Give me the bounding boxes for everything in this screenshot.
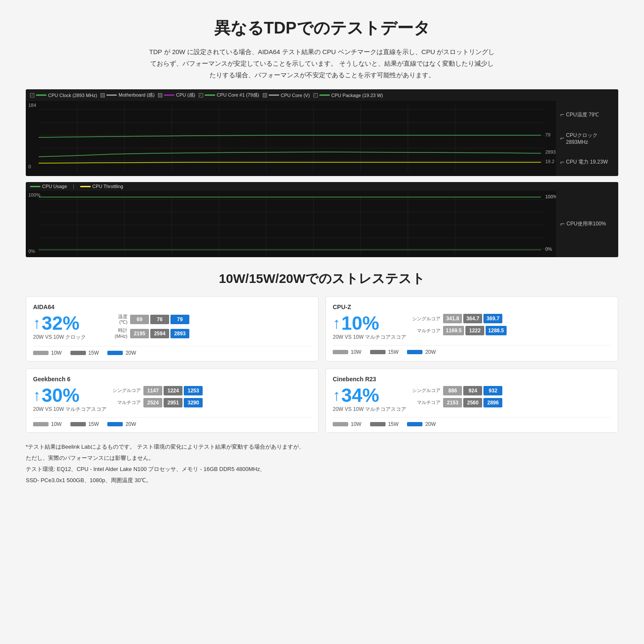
aida64-content: ↑ 32% 20W VS 10W クロック 温度 (℃) 69 76 79 時計… — [33, 314, 311, 342]
cpuz-multi-10w: 1169.5 — [443, 326, 464, 335]
legend-motherboard: Motherboard (感) — [100, 92, 155, 98]
legend-cpu-throttle: CPU Throttling — [80, 184, 123, 189]
legend-color-cpu — [164, 94, 174, 96]
aida64-clock-20w: 2893 — [170, 329, 189, 338]
cinebench-content: ↑ 34% 20W VS 10W マルチコアスコア シングルコア 886 924… — [333, 386, 611, 413]
cpuz-sub-label: 20W VS 10W マルチコアスコア — [333, 334, 406, 341]
legend-check-cpu-core1[interactable]: ✓ — [199, 93, 203, 97]
bottom-chart-canvas: 100% 0% — [26, 191, 556, 257]
cinebench-legend-label-10w: 10W — [351, 421, 361, 427]
legend-color-motherboard — [106, 94, 117, 96]
legend-check-cpu-core-v[interactable] — [263, 93, 267, 97]
cinebench-row-multi-label: マルチコア — [410, 399, 440, 406]
aida64-pct-arrow: ↑ 32% — [33, 314, 93, 333]
geekbench-row-single-label: シングルコア — [111, 387, 141, 394]
svg-text:79: 79 — [545, 132, 550, 137]
legend-cpu-core-v: CPU Core (V) — [263, 93, 310, 98]
benchmark-grid: AIDA64 ↑ 32% 20W VS 10W クロック 温度 (℃) 69 7… — [26, 296, 618, 433]
section2-title: 10W/15W/20Wでのストレステスト — [26, 270, 618, 288]
aida64-legend-label-20w: 20W — [125, 350, 136, 356]
cinebench-row-single-label: シングルコア — [410, 387, 440, 394]
geekbench-legend-bar-20w — [107, 422, 123, 426]
geekbench-row-multi: マルチコア 2524 2951 3290 — [111, 398, 311, 407]
aida64-sub-label: 20W VS 10W クロック — [33, 334, 93, 341]
aida64-legend-label-15w: 15W — [88, 350, 99, 356]
legend-color-throttle — [80, 186, 91, 187]
cpuz-row-multi-values: 1169.5 1222 1288.5 — [443, 326, 506, 335]
geekbench-row-multi-values: 2524 2951 3290 — [143, 398, 203, 407]
cinebench-single-20w: 932 — [483, 386, 502, 395]
cpuz-up-arrow: ↑ — [333, 316, 340, 331]
cpuz-legend-label-10w: 10W — [351, 349, 361, 355]
cinebench-legend-label-20w: 20W — [425, 421, 436, 427]
cpuz-legend-10w: 10W — [333, 349, 361, 355]
legend-check-motherboard[interactable] — [100, 93, 105, 97]
bottom-chart-right: ⌐ CPU使用率100% — [556, 191, 618, 257]
geekbench-row-single: シングルコア 1147 1224 1253 — [111, 386, 311, 395]
aida64-title: AIDA64 — [33, 304, 311, 310]
cinebench-legend-20w: 20W — [407, 421, 436, 427]
desc-line-1: TDP が 20W に設定されている場合、AIDA64 テスト結果の CPU ベ… — [149, 48, 495, 55]
aida64-temp-10w: 69 — [130, 315, 149, 324]
aida64-legend-label-10w: 10W — [51, 350, 62, 356]
cpuz-legend-bar-15w — [370, 350, 386, 354]
aida64-row-temp: 温度 (℃) 69 76 79 — [97, 314, 311, 325]
geekbench-legend-20w: 20W — [107, 421, 136, 427]
cinebench-row-multi-values: 2153 2560 2896 — [443, 398, 502, 407]
legend-separator: | — [73, 184, 74, 189]
cpuz-legend-bar-20w — [407, 350, 422, 354]
aida64-row-temp-label: 温度 (℃) — [97, 314, 128, 325]
legend-color-cpu-core-v — [269, 94, 279, 96]
cinebench-multi-20w: 2896 — [483, 398, 502, 407]
cinebench-percentage: ↑ 34% 20W VS 10W マルチコアスコア — [333, 386, 406, 413]
geekbench-title: Geekbench 6 — [33, 376, 311, 383]
cpuz-row-multi-label: マルチコア — [410, 328, 440, 334]
aida64-clock-10w: 2195 — [130, 329, 149, 338]
legend-check-cpu-clock[interactable]: ✓ — [30, 93, 34, 97]
cpuz-legend-label-15w: 15W — [388, 349, 399, 355]
svg-text:100%: 100% — [545, 194, 556, 199]
cpuz-single-10w: 341.8 — [443, 314, 462, 323]
top-chart-section: ✓ CPU Clock (2893 MHz) Motherboard (感) C… — [26, 89, 618, 176]
cinebench-single-15w: 924 — [463, 386, 482, 395]
bottom-chart-legend: CPU Usage | CPU Throttling — [26, 182, 618, 191]
cinebench-row-single-values: 886 924 932 — [443, 386, 502, 395]
cpuz-row-single: シングルコア 341.8 364.7 369.7 — [410, 314, 611, 323]
legend-cpu: CPU (感) — [158, 92, 195, 98]
legend-check-cpu[interactable] — [158, 93, 162, 97]
aida64-temp-15w: 76 — [150, 315, 169, 324]
geekbench-legend-label-15w: 15W — [88, 421, 99, 427]
legend-label-cpu-core1: CPU Core #1 (79感) — [217, 92, 259, 98]
geekbench-single-15w: 1224 — [164, 386, 182, 395]
footer-notes: *テスト結果はBeelink Labによるものです。 テスト環境の変化によりテス… — [26, 441, 618, 486]
footer-note-2: ただし、実際のパフォーマンスには影響しません。 — [26, 453, 618, 464]
cpuz-multi-20w: 1288.5 — [486, 326, 507, 335]
geekbench-single-10w: 1147 — [143, 386, 162, 395]
cinebench-multi-15w: 2560 — [463, 398, 482, 407]
cinebench-legend-15w: 15W — [370, 421, 399, 427]
geekbench-multi-20w: 3290 — [184, 398, 203, 407]
legend-label-cpu-clock: CPU Clock (2893 MHz) — [48, 93, 97, 98]
aida64-legend-20w: 20W — [107, 350, 136, 356]
cinebench-legend-bar-20w — [407, 422, 422, 426]
geekbench-row-multi-label: マルチコア — [111, 399, 141, 406]
footer-note-4: SSD- PCe3.0x1 500GB、1080p、周囲温度 30℃。 — [26, 475, 618, 486]
geekbench-bars: シングルコア 1147 1224 1253 マルチコア 2524 2951 32… — [111, 386, 311, 410]
cinebench-legend-label-15w: 15W — [388, 421, 399, 427]
legend-check-cpu-package[interactable]: ✓ — [313, 93, 318, 97]
cpuz-single-15w: 364.7 — [463, 314, 482, 323]
legend-label-cpu-package: CPU Package (19.23 W) — [331, 93, 383, 98]
bench-card-aida64: AIDA64 ↑ 32% 20W VS 10W クロック 温度 (℃) 69 7… — [26, 296, 319, 361]
legend-color-cpu-package — [319, 94, 330, 96]
cpuz-row-multi: マルチコア 1169.5 1222 1288.5 — [410, 326, 611, 335]
cpuz-single-20w: 369.7 — [483, 314, 502, 323]
description: TDP が 20W に設定されている場合、AIDA64 テスト結果の CPU ベ… — [26, 46, 618, 81]
aida64-legend-bar-15w — [70, 351, 86, 355]
footer-note-3: テスト環境: EQ12、CPU - Intel Alder Lake N100 … — [26, 464, 618, 475]
svg-text:0%: 0% — [545, 246, 552, 252]
geekbench-legend-10w: 10W — [33, 421, 62, 427]
aida64-row-clock: 時計 (MHz) 2195 2594 2893 — [97, 328, 311, 339]
legend-cpu-package: ✓ CPU Package (19.23 W) — [313, 93, 383, 98]
cpuz-legend-20w: 20W — [407, 349, 436, 355]
geekbench-single-20w: 1253 — [184, 386, 203, 395]
